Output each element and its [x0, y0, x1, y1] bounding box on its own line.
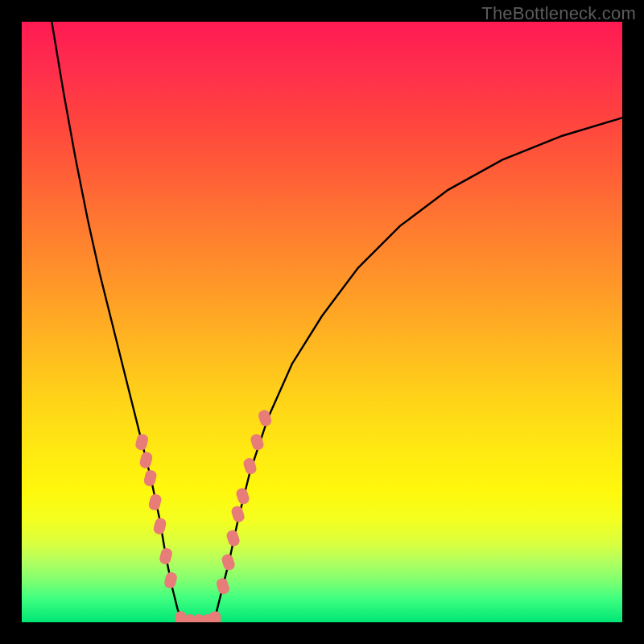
- watermark-text: TheBottleneck.com: [481, 3, 636, 24]
- data-marker: [215, 577, 230, 596]
- bottleneck-curve: [52, 22, 622, 622]
- data-marker: [209, 611, 221, 622]
- data-marker: [138, 451, 153, 469]
- data-marker: [163, 571, 178, 589]
- data-marker: [225, 529, 241, 547]
- data-marker: [142, 469, 157, 488]
- curve-layer: [52, 22, 622, 622]
- data-marker: [147, 493, 162, 511]
- marker-layer: [134, 409, 273, 622]
- data-marker: [134, 433, 149, 452]
- data-marker: [159, 547, 173, 566]
- data-marker: [221, 553, 236, 572]
- data-marker: [242, 456, 258, 475]
- chart-plot-area: [22, 22, 622, 622]
- data-marker: [235, 487, 250, 506]
- data-marker: [230, 505, 246, 523]
- data-marker: [152, 517, 167, 535]
- chart-frame: TheBottleneck.com: [0, 0, 644, 644]
- chart-svg: [22, 22, 622, 622]
